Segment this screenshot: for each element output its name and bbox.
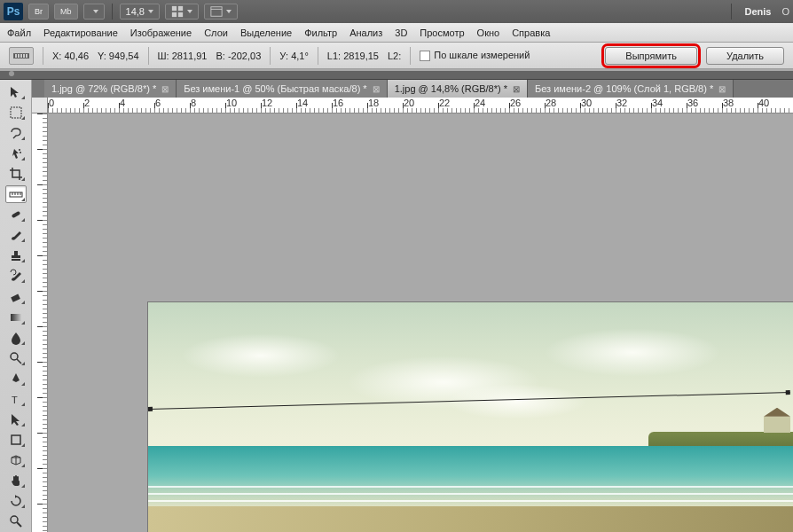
svg-rect-4 — [178, 6, 183, 11]
ruler-horizontal[interactable]: 0246810121416182022242628303234363840 — [32, 98, 793, 113]
toolbar: T — [0, 80, 32, 532]
tool-type[interactable]: T — [5, 390, 27, 408]
tool-zoom[interactable] — [5, 512, 27, 530]
tool-rotate-view[interactable] — [5, 492, 27, 510]
menu-file[interactable]: Файл — [7, 27, 31, 38]
zoom-level-dropdown[interactable]: 14,8 — [120, 4, 160, 20]
svg-rect-19 — [11, 314, 21, 321]
menu-analysis[interactable]: Анализ — [349, 27, 382, 38]
svg-rect-3 — [172, 6, 177, 11]
tool-hand[interactable] — [5, 472, 27, 489]
tool-pen[interactable] — [5, 370, 27, 387]
close-icon[interactable]: ⊠ — [718, 84, 726, 94]
chevron-down-icon — [148, 10, 153, 13]
tool-path-select[interactable] — [5, 411, 27, 428]
tool-brush[interactable] — [5, 226, 27, 244]
tool-move[interactable] — [5, 83, 27, 101]
coord-w: Ш: 2811,91 — [158, 51, 208, 61]
menu-layers[interactable]: Слои — [204, 27, 228, 38]
main-area: T 1.jpg @ 72% (RGB/8*) *⊠ Без имени-1 @ … — [0, 80, 793, 532]
panel-handle[interactable] — [0, 71, 793, 80]
tool-eraser[interactable] — [5, 287, 27, 305]
straighten-button[interactable]: Выпрямить — [605, 47, 697, 65]
grid-icon — [171, 5, 184, 18]
tool-stamp[interactable] — [5, 246, 27, 264]
separator — [270, 47, 271, 65]
menu-3d[interactable]: 3D — [395, 27, 407, 38]
separator — [148, 47, 149, 65]
chevron-down-icon — [187, 10, 192, 13]
coord-l2: L2: — [388, 51, 401, 61]
tool-quick-select[interactable] — [5, 145, 27, 162]
svg-point-10 — [19, 149, 20, 151]
tool-lasso[interactable] — [5, 124, 27, 142]
ruler-icon — [13, 53, 29, 59]
ruler-corner — [32, 98, 48, 113]
svg-rect-9 — [11, 107, 21, 118]
tool-crop[interactable] — [5, 165, 27, 183]
tool-healing[interactable] — [5, 206, 27, 223]
scale-checkbox[interactable] — [420, 51, 430, 61]
svg-rect-7 — [211, 7, 222, 17]
ruler-labels: 0246810121416182022242628303234363840 — [48, 98, 793, 108]
svg-point-24 — [11, 516, 18, 523]
tool-3d[interactable] — [5, 451, 27, 469]
document-tab[interactable]: Без имени-2 @ 109% (Слой 1, RGB/8) *⊠ — [528, 80, 734, 98]
document-tabs: 1.jpg @ 72% (RGB/8*) *⊠ Без имени-1 @ 50… — [32, 80, 793, 98]
bridge-button[interactable]: Br — [28, 4, 49, 20]
separator — [112, 4, 113, 20]
menu-filter[interactable]: Фильтр — [304, 27, 337, 38]
document-tab-active[interactable]: 1.jpg @ 14,8% (RGB/8*) *⊠ — [388, 80, 528, 98]
menu-help[interactable]: Справка — [512, 27, 550, 38]
user-name: Denis — [739, 6, 776, 17]
tool-shape[interactable] — [5, 431, 27, 449]
menu-image[interactable]: Изображение — [130, 27, 192, 38]
canvas[interactable] — [48, 113, 793, 532]
tool-gradient[interactable] — [5, 309, 27, 326]
coord-x: X: 40,46 — [52, 51, 89, 61]
menu-bar: Файл Редактирование Изображение Слои Выд… — [0, 23, 793, 43]
close-icon[interactable]: ⊠ — [373, 84, 380, 94]
delete-button[interactable]: Удалить — [706, 47, 784, 65]
tool-history-brush[interactable] — [5, 267, 27, 285]
extras-dropdown[interactable] — [204, 4, 238, 20]
photoshop-logo-icon: Ps — [4, 3, 23, 20]
tool-ruler[interactable] — [5, 185, 27, 203]
ruler-vertical[interactable] — [32, 113, 48, 532]
close-icon[interactable]: ⊠ — [161, 84, 169, 94]
close-icon[interactable]: ⊠ — [513, 84, 520, 94]
minibridge-button[interactable]: Mb — [54, 4, 78, 20]
separator — [410, 47, 411, 65]
app-bar: Ps Br Mb 14,8 Denis О — [0, 0, 793, 23]
chevron-down-icon — [226, 10, 232, 13]
coord-l1: L1: 2819,15 — [327, 51, 379, 61]
menu-select[interactable]: Выделение — [240, 27, 292, 38]
tool-blur[interactable] — [5, 329, 27, 347]
coord-angle: У: 4,1° — [279, 51, 309, 61]
coord-h: В: -202,03 — [216, 51, 261, 61]
menu-edit[interactable]: Редактирование — [43, 27, 118, 38]
separator — [318, 47, 318, 65]
options-bar: X: 40,46 Y: 949,54 Ш: 2811,91 В: -202,03… — [0, 43, 793, 69]
document-image — [148, 302, 793, 532]
svg-rect-18 — [11, 294, 20, 302]
document-tab[interactable]: Без имени-1 @ 50% (Быстрая маска/8) *⊠ — [177, 80, 387, 98]
separator — [731, 4, 732, 20]
document-tab[interactable]: 1.jpg @ 72% (RGB/8*) *⊠ — [44, 80, 177, 98]
tool-marquee[interactable] — [5, 104, 27, 121]
svg-rect-17 — [11, 211, 20, 218]
trail-text: О — [781, 6, 789, 17]
tool-dodge[interactable] — [5, 349, 27, 367]
svg-text:T: T — [12, 395, 18, 405]
collapse-icon — [9, 71, 14, 76]
active-tool-indicator[interactable] — [9, 47, 34, 65]
screen-mode-dropdown[interactable] — [83, 4, 105, 20]
window-icon — [210, 5, 223, 18]
document-area: 1.jpg @ 72% (RGB/8*) *⊠ Без имени-1 @ 50… — [32, 80, 793, 532]
svg-rect-23 — [12, 435, 20, 444]
menu-window[interactable]: Окно — [477, 27, 500, 38]
svg-line-25 — [17, 522, 21, 527]
scale-checkbox-label[interactable]: По шкале измерений — [420, 50, 530, 61]
arrange-dropdown[interactable] — [165, 4, 199, 20]
menu-view[interactable]: Просмотр — [420, 27, 464, 38]
